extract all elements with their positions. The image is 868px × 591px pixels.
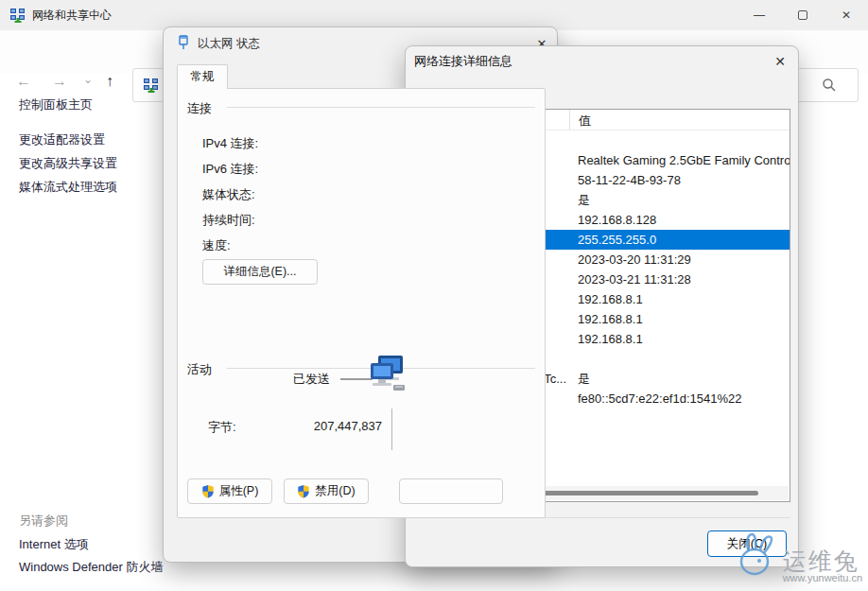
network-sharing-center-icon	[9, 7, 26, 26]
maximize-icon[interactable]	[781, 0, 825, 30]
network-location-icon	[143, 77, 160, 96]
bytes-sent-value: 207,447,837	[272, 419, 382, 433]
action-button-label: 禁用(D)	[315, 483, 355, 499]
value-column-header[interactable]: 值	[569, 110, 790, 130]
desktop: 网络和共享中心 — ✕ ← → ⌄ ↑ 控制面板主页 更改适配器设置 更改高级共…	[0, 0, 868, 591]
computer-icon	[365, 354, 410, 398]
uac-shield-icon	[201, 484, 215, 498]
value-cell	[569, 428, 790, 448]
sent-label: 已发送	[293, 371, 330, 388]
connection-group-label: 连接	[187, 100, 212, 117]
connection-field-label: 速度:	[202, 233, 258, 258]
value-cell: 192.168.8.1	[569, 329, 790, 349]
value-cell: 58-11-22-4B-93-78	[569, 170, 790, 190]
value-cell	[569, 408, 790, 428]
back-icon[interactable]: ←	[11, 73, 36, 90]
details-dialog-title: 网络连接详细信息	[414, 53, 512, 70]
connection-field-label: 持续时间:	[202, 207, 258, 233]
tab-general[interactable]: 常规	[177, 64, 228, 89]
up-icon[interactable]: ↑	[97, 73, 122, 90]
connection-group-rule	[227, 107, 535, 108]
connection-fields: IPv4 连接:IPv6 连接:媒体状态:持续时间:速度:	[202, 130, 258, 258]
sidebar-item-media-streaming[interactable]: 媒体流式处理选项	[19, 179, 117, 196]
value-cell: fe80::5cd7:e22:ef1d:1541%22	[569, 389, 790, 408]
connection-field-label: IPv4 连接:	[202, 130, 258, 156]
partial-hidden-button[interactable]	[399, 478, 503, 504]
search-icon	[822, 78, 837, 93]
value-cell: 是	[569, 369, 790, 389]
shielded-action-button[interactable]: 禁用(D)	[284, 478, 369, 504]
bytes-label: 字节:	[208, 419, 236, 436]
uac-shield-icon	[297, 484, 310, 498]
value-cell: 192.168.8.1	[569, 309, 790, 329]
sidebar-item-advanced-sharing[interactable]: 更改高级共享设置	[19, 155, 117, 172]
activity-group-label: 活动	[187, 361, 212, 378]
sidebar-item-change-adapter-settings[interactable]: 更改适配器设置	[19, 131, 105, 148]
close-icon[interactable]: ✕	[825, 0, 868, 30]
minimize-icon[interactable]: —	[738, 0, 781, 30]
main-window-title: 网络和共享中心	[32, 8, 112, 24]
ethernet-status-dialog: 以太网 状态 ✕ 常规 连接 IPv4 连接:IPv6 连接:媒体状态:持续时间…	[163, 26, 558, 563]
forward-icon[interactable]: →	[47, 73, 72, 90]
activity-divider	[391, 408, 392, 450]
value-cell	[569, 130, 790, 150]
status-action-buttons: 属性(P) 禁用(D)	[187, 478, 369, 504]
value-cell: Realtek Gaming 2.5GbE Family Controlle	[569, 150, 790, 170]
value-cell: 192.168.8.128	[569, 210, 790, 230]
shielded-action-button[interactable]: 属性(P)	[187, 478, 272, 504]
connection-field-label: 媒体状态:	[202, 182, 258, 207]
details-button[interactable]: 详细信息(E)...	[202, 259, 318, 285]
general-tab-panel: 连接 IPv4 连接:IPv6 连接:媒体状态:持续时间:速度: 详细信息(E)…	[177, 88, 546, 518]
details-close-icon[interactable]: ✕	[763, 48, 797, 75]
value-cell: 2023-03-21 11:31:28	[569, 269, 790, 289]
value-cell	[569, 349, 790, 369]
connection-field-label: IPv6 连接:	[202, 156, 258, 182]
ethernet-plug-icon	[176, 34, 191, 56]
value-cell: 255.255.255.0	[569, 230, 790, 250]
close-button[interactable]: 关闭(C)	[707, 530, 787, 557]
sidebar-item-defender-firewall[interactable]: Windows Defender 防火墙	[19, 559, 163, 576]
see-also-caption: 另请参阅	[19, 513, 68, 530]
action-button-label: 属性(P)	[219, 483, 259, 499]
sidebar-item-internet-options[interactable]: Internet 选项	[19, 536, 89, 553]
value-cell: 2023-03-20 11:31:29	[569, 250, 790, 269]
status-dialog-title: 以太网 状态	[198, 36, 260, 52]
sidebar-item-control-panel-home[interactable]: 控制面板主页	[19, 96, 93, 113]
value-cell: 是	[569, 190, 790, 210]
watermark-url: www.yunweitu.cn	[783, 572, 862, 583]
value-cell: 192.168.8.1	[569, 289, 790, 309]
